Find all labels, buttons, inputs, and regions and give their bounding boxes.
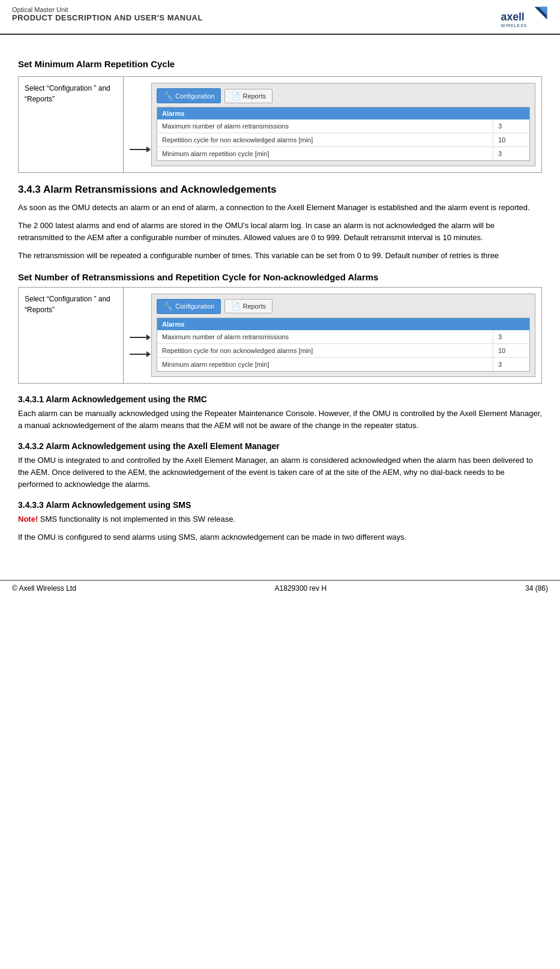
table-cell-label: Repetition cycle for non acknowledged al…: [157, 344, 493, 357]
section3433-heading: 3.4.3.3 Alarm Acknowledgement using SMS: [18, 500, 542, 510]
section1-heading: Set Minimum Alarm Repetition Cycle: [18, 59, 542, 69]
ui-screenshot-2: 🔧 Configuration 📄 Reports Alarms M: [151, 294, 535, 377]
header-subtitle: Optical Master Unit: [12, 6, 203, 13]
section3433-note: Note! SMS functionality is not implement…: [18, 513, 542, 525]
table-cell-label: Maximum number of alarm retransmissions: [157, 119, 493, 133]
reports-button-2[interactable]: 📄 Reports: [224, 299, 272, 313]
report-icon-1: 📄: [231, 92, 240, 100]
arrow-2b: [130, 354, 148, 355]
chapter343-heading: 3.4.3 Alarm Retransmissions and Acknowle…: [18, 184, 542, 196]
config-button-1[interactable]: 🔧 Configuration: [157, 88, 221, 103]
page-header: Optical Master Unit PRODUCT DESCRIPTION …: [0, 0, 560, 35]
ui-table-header-1: Alarms: [157, 107, 529, 119]
table-row: Maximum number of alarm retransmissions …: [157, 330, 529, 344]
reports-button-1[interactable]: 📄 Reports: [224, 89, 272, 103]
wrench-icon-1: 🔧: [163, 91, 173, 100]
ui-screenshot-1: 🔧 Configuration 📄 Reports Alarms M: [151, 83, 535, 166]
header-logo: axell WIRELESS: [500, 6, 548, 30]
instruction-image-2: 🔧 Configuration 📄 Reports Alarms M: [123, 287, 542, 384]
footer-page: 34 (86): [525, 584, 548, 593]
table-row: Maximum number of alarm retransmissions …: [157, 119, 529, 133]
table-cell-value: 3: [493, 358, 529, 371]
instruction-image-1: 🔧 Configuration 📄 Reports Alarms M: [123, 76, 542, 173]
arrow-2a: [130, 337, 148, 338]
section3432-para: If the OMU is integrated to and controll…: [18, 454, 542, 491]
ui-toolbar-2: 🔧 Configuration 📄 Reports: [157, 299, 530, 314]
instruction-label-2: Select “Configuration ” and “Reports”: [18, 287, 123, 384]
instruction-box-1: Select “Configuration ” and “Reports” 🔧 …: [18, 76, 542, 173]
table-row: Repetition cycle for non acknowledged al…: [157, 133, 529, 147]
axell-logo-svg: axell WIRELESS: [500, 6, 548, 30]
table-cell-value: 10: [493, 344, 529, 357]
table-cell-label: Repetition cycle for non acknowledged al…: [157, 133, 493, 146]
section3431-para: Each alarm can be manually acknowledged …: [18, 408, 542, 432]
table-cell-value: 10: [493, 133, 529, 146]
table-cell-label: Minimum alarm repetition cycle [min]: [157, 147, 493, 160]
table-row: Minimum alarm repetition cycle [min] 3: [157, 147, 529, 160]
section3433-para: If the OMU is configured to send alarms …: [18, 531, 542, 543]
table-cell-value: 3: [493, 147, 529, 160]
svg-text:WIRELESS: WIRELESS: [501, 23, 528, 28]
header-title: PRODUCT DESCRIPTION AND USER'S MANUAL: [12, 13, 203, 22]
table-cell-label: Minimum alarm repetition cycle [min]: [157, 358, 493, 371]
instruction-box-2: Select “Configuration ” and “Reports”: [18, 287, 542, 384]
header-text: Optical Master Unit PRODUCT DESCRIPTION …: [12, 6, 203, 22]
ui-table-2: Alarms Maximum number of alarm retransmi…: [157, 318, 530, 372]
section3431-heading: 3.4.3.1 Alarm Acknowledgement using the …: [18, 394, 542, 404]
instruction-label-1: Select “Configuration ” and “Reports”: [18, 76, 123, 173]
main-content: Set Minimum Alarm Repetition Cycle Selec…: [0, 35, 560, 562]
note-text: SMS functionality is not implemented in …: [38, 515, 235, 524]
table-cell-label: Maximum number of alarm retransmissions: [157, 330, 493, 343]
chapter343-para3: The retransmission will be repeated a co…: [18, 250, 542, 262]
ui-toolbar-1: 🔧 Configuration 📄 Reports: [157, 88, 530, 103]
ui-table-1: Alarms Maximum number of alarm retransmi…: [157, 107, 530, 161]
wrench-icon-2: 🔧: [163, 302, 173, 311]
table-cell-value: 3: [493, 119, 529, 133]
footer-copyright: © Axell Wireless Ltd: [12, 584, 76, 593]
ui-table-header-2: Alarms: [157, 318, 529, 330]
chapter343-para2: The 2 000 latest alarms and end of alarm…: [18, 220, 542, 244]
page-footer: © Axell Wireless Ltd A1829300 rev H 34 (…: [0, 580, 560, 596]
report-icon-2: 📄: [231, 302, 240, 310]
chapter343-para1: As soon as the OMU detects an alarm or a…: [18, 202, 542, 214]
section3432-heading: 3.4.3.2 Alarm Acknowledgement using the …: [18, 441, 542, 451]
section2-heading: Set Number of Retransmissions and Repeti…: [18, 272, 542, 282]
table-row: Repetition cycle for non acknowledged al…: [157, 344, 529, 358]
config-button-2[interactable]: 🔧 Configuration: [157, 299, 221, 314]
table-cell-value: 3: [493, 330, 529, 343]
footer-document: A1829300 rev H: [275, 584, 327, 593]
svg-text:axell: axell: [501, 11, 525, 23]
note-label: Note!: [18, 515, 38, 524]
arrow-1: [130, 149, 148, 150]
table-row: Minimum alarm repetition cycle [min] 3: [157, 358, 529, 371]
